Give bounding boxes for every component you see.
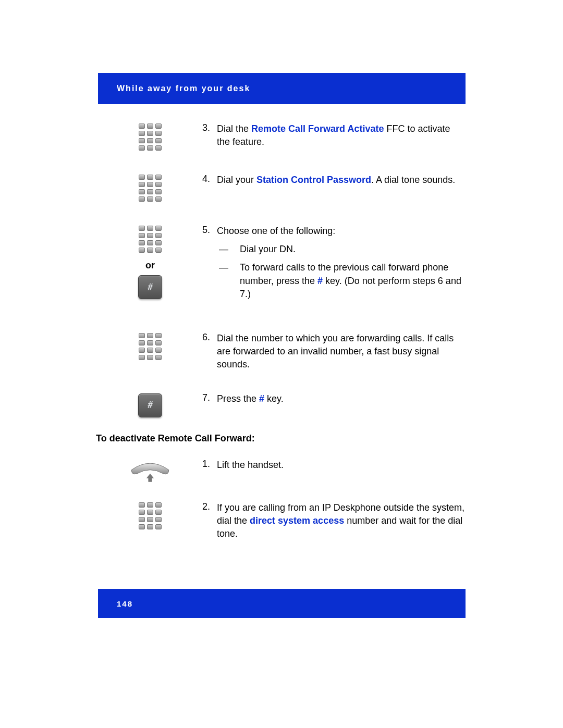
header-title: While away from your desk (117, 84, 250, 93)
step-number: 7. (202, 392, 217, 403)
step-body: Dial the number to which you are forward… (217, 332, 466, 372)
step-body: Press the # key. (217, 392, 466, 405)
step-text: 4. Dial your Station Control Password. A… (202, 174, 466, 187)
icon-column (98, 122, 202, 153)
step-number: 3. (202, 122, 217, 133)
step-b2: 2. If you are calling from an IP Deskpho… (98, 501, 466, 541)
keypad-icon (139, 124, 162, 153)
hash-key-icon: # (138, 393, 162, 417)
step-text: 7. Press the # key. (202, 392, 466, 405)
step-text: 6. Dial the number to which you are forw… (202, 332, 466, 372)
hash-key-icon: # (138, 275, 162, 299)
step-7: # 7. Press the # key. (98, 392, 466, 417)
dash-bullet: — (217, 243, 240, 256)
step-body: Lift the handset. (217, 459, 466, 472)
section-heading: To deactivate Remote Call Forward: (96, 433, 466, 444)
page-content: 3. Dial the Remote Call Forward Activate… (98, 122, 466, 561)
keypad-icon (139, 226, 162, 255)
dash-bullet: — (217, 261, 240, 274)
icon-column (98, 174, 202, 204)
step-text: 1. Lift the handset. (202, 459, 466, 472)
keypad-icon (139, 333, 162, 362)
icon-column: # (98, 392, 202, 417)
or-label: or (145, 260, 155, 271)
step-b1: 1. Lift the handset. (98, 459, 466, 486)
step-4: 4. Dial your Station Control Password. A… (98, 174, 466, 204)
step-body: Choose one of the following: — Dial your… (217, 225, 466, 301)
step-number: 4. (202, 174, 217, 184)
sub-item-text: To forward calls to the previous call fo… (240, 261, 466, 301)
step-number: 5. (202, 225, 217, 236)
lift-handset-icon (127, 460, 174, 486)
step-text: 2. If you are calling from an IP Deskpho… (202, 501, 466, 541)
page-footer: 148 (98, 589, 466, 618)
step-3: 3. Dial the Remote Call Forward Activate… (98, 122, 466, 153)
keypad-icon (139, 502, 162, 532)
icon-column (98, 501, 202, 532)
sub-item: — Dial your DN. (217, 243, 466, 256)
step-number: 1. (202, 459, 217, 470)
step-6: 6. Dial the number to which you are forw… (98, 332, 466, 372)
step-body: Dial the Remote Call Forward Activate FF… (217, 122, 466, 149)
icon-column (98, 459, 202, 486)
icon-column (98, 332, 202, 362)
step-text: 5. Choose one of the following: — Dial y… (202, 225, 466, 301)
document-page: While away from your desk 3. Dial the Re… (0, 0, 563, 728)
step-body: If you are calling from an IP Deskphone … (217, 501, 466, 541)
page-header: While away from your desk (98, 73, 466, 104)
icon-column: or # (98, 225, 202, 299)
step-5: or # 5. Choose one of the following: — D… (98, 225, 466, 301)
step-text: 3. Dial the Remote Call Forward Activate… (202, 122, 466, 149)
step-number: 6. (202, 332, 217, 343)
page-number: 148 (117, 599, 133, 608)
keypad-icon (139, 175, 162, 204)
step-number: 2. (202, 501, 217, 512)
sub-item: — To forward calls to the previous call … (217, 261, 466, 301)
step-body: Dial your Station Control Password. A di… (217, 174, 466, 187)
